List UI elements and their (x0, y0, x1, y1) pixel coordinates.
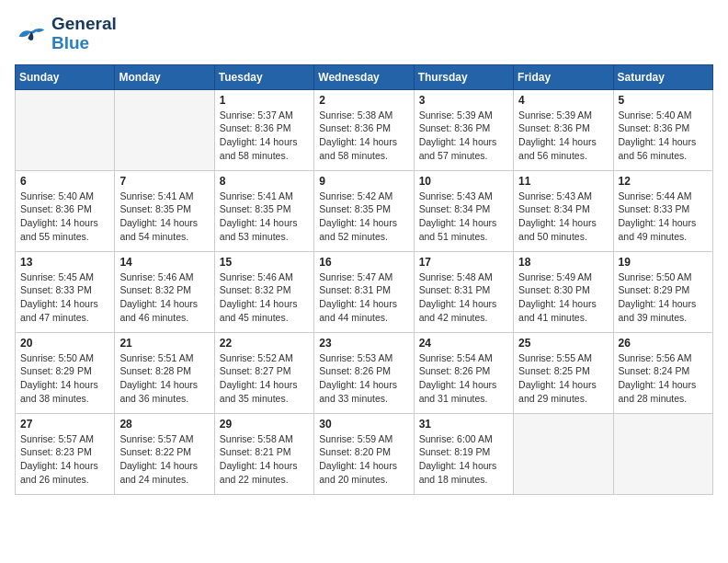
calendar-cell: 15Sunrise: 5:46 AMSunset: 8:32 PMDayligh… (214, 251, 313, 332)
day-number: 7 (119, 175, 209, 188)
day-number: 5 (619, 94, 708, 107)
day-info: Sunrise: 5:39 AMSunset: 8:36 PMDaylight:… (518, 109, 608, 163)
calendar-week-1: 1Sunrise: 5:37 AMSunset: 8:36 PMDaylight… (16, 89, 713, 170)
calendar-week-2: 6Sunrise: 5:40 AMSunset: 8:36 PMDaylight… (16, 170, 713, 251)
calendar-cell: 28Sunrise: 5:57 AMSunset: 8:22 PMDayligh… (115, 413, 214, 494)
calendar-week-3: 13Sunrise: 5:45 AMSunset: 8:33 PMDayligh… (16, 251, 713, 332)
day-number: 19 (619, 256, 708, 269)
day-info: Sunrise: 5:58 AMSunset: 8:21 PMDaylight:… (220, 432, 309, 487)
day-info: Sunrise: 5:53 AMSunset: 8:26 PMDaylight:… (319, 351, 408, 406)
day-number: 31 (419, 418, 508, 431)
day-number: 10 (419, 175, 508, 188)
calendar-cell: 7Sunrise: 5:41 AMSunset: 8:35 PMDaylight… (115, 170, 214, 251)
calendar-cell: 31Sunrise: 6:00 AMSunset: 8:19 PMDayligh… (414, 413, 513, 494)
day-number: 25 (518, 337, 608, 350)
calendar-cell: 6Sunrise: 5:40 AMSunset: 8:36 PMDaylight… (16, 170, 115, 251)
calendar-header: SundayMondayTuesdayWednesdayThursdayFrid… (16, 64, 713, 89)
calendar-cell: 16Sunrise: 5:47 AMSunset: 8:31 PMDayligh… (314, 251, 414, 332)
weekday-header-row: SundayMondayTuesdayWednesdayThursdayFrid… (16, 64, 713, 89)
day-number: 21 (119, 337, 209, 350)
day-info: Sunrise: 5:50 AMSunset: 8:29 PMDaylight:… (20, 351, 109, 406)
calendar-cell: 2Sunrise: 5:38 AMSunset: 8:36 PMDaylight… (314, 89, 414, 170)
calendar-cell: 20Sunrise: 5:50 AMSunset: 8:29 PMDayligh… (16, 332, 115, 413)
logo: General Blue (15, 15, 117, 53)
day-number: 12 (619, 175, 708, 188)
day-info: Sunrise: 5:45 AMSunset: 8:33 PMDaylight:… (20, 270, 109, 325)
calendar-cell: 21Sunrise: 5:51 AMSunset: 8:28 PMDayligh… (115, 332, 214, 413)
calendar-cell: 9Sunrise: 5:42 AMSunset: 8:35 PMDaylight… (314, 170, 414, 251)
day-info: Sunrise: 5:40 AMSunset: 8:36 PMDaylight:… (20, 190, 109, 244)
day-number: 15 (220, 256, 309, 269)
calendar-cell: 22Sunrise: 5:52 AMSunset: 8:27 PMDayligh… (214, 332, 313, 413)
calendar-cell: 18Sunrise: 5:49 AMSunset: 8:30 PMDayligh… (514, 251, 613, 332)
calendar-cell: 1Sunrise: 5:37 AMSunset: 8:36 PMDaylight… (214, 89, 313, 170)
day-number: 28 (119, 418, 209, 431)
day-info: Sunrise: 5:46 AMSunset: 8:32 PMDaylight:… (119, 270, 209, 325)
weekday-header-friday: Friday (514, 64, 613, 89)
calendar-cell: 8Sunrise: 5:41 AMSunset: 8:35 PMDaylight… (214, 170, 313, 251)
calendar-cell: 12Sunrise: 5:44 AMSunset: 8:33 PMDayligh… (613, 170, 712, 251)
calendar-body: 1Sunrise: 5:37 AMSunset: 8:36 PMDaylight… (16, 89, 713, 494)
day-number: 13 (20, 256, 109, 269)
calendar-cell: 14Sunrise: 5:46 AMSunset: 8:32 PMDayligh… (115, 251, 214, 332)
day-info: Sunrise: 5:46 AMSunset: 8:32 PMDaylight:… (220, 270, 309, 325)
weekday-header-saturday: Saturday (613, 64, 712, 89)
calendar-week-4: 20Sunrise: 5:50 AMSunset: 8:29 PMDayligh… (16, 332, 713, 413)
calendar-cell: 26Sunrise: 5:56 AMSunset: 8:24 PMDayligh… (613, 332, 712, 413)
day-number: 4 (518, 94, 608, 107)
day-number: 6 (20, 175, 109, 188)
weekday-header-monday: Monday (115, 64, 214, 89)
calendar-cell: 29Sunrise: 5:58 AMSunset: 8:21 PMDayligh… (214, 413, 313, 494)
day-number: 1 (220, 94, 309, 107)
day-info: Sunrise: 5:43 AMSunset: 8:34 PMDaylight:… (419, 190, 508, 244)
day-number: 22 (220, 337, 309, 350)
weekday-header-wednesday: Wednesday (314, 64, 414, 89)
calendar-cell: 27Sunrise: 5:57 AMSunset: 8:23 PMDayligh… (16, 413, 115, 494)
logo-icon (15, 21, 48, 47)
calendar-cell: 24Sunrise: 5:54 AMSunset: 8:26 PMDayligh… (414, 332, 513, 413)
day-info: Sunrise: 5:57 AMSunset: 8:22 PMDaylight:… (119, 432, 209, 487)
calendar-cell: 23Sunrise: 5:53 AMSunset: 8:26 PMDayligh… (314, 332, 414, 413)
day-number: 3 (419, 94, 508, 107)
calendar-cell: 11Sunrise: 5:43 AMSunset: 8:34 PMDayligh… (514, 170, 613, 251)
day-number: 30 (319, 418, 408, 431)
day-number: 20 (20, 337, 109, 350)
weekday-header-thursday: Thursday (414, 64, 513, 89)
day-info: Sunrise: 5:38 AMSunset: 8:36 PMDaylight:… (319, 109, 408, 163)
day-info: Sunrise: 5:56 AMSunset: 8:24 PMDaylight:… (619, 351, 708, 406)
weekday-header-sunday: Sunday (16, 64, 115, 89)
day-number: 11 (518, 175, 608, 188)
calendar-cell (514, 413, 613, 494)
day-number: 2 (319, 94, 408, 107)
day-info: Sunrise: 5:39 AMSunset: 8:36 PMDaylight:… (419, 109, 508, 163)
calendar-cell: 13Sunrise: 5:45 AMSunset: 8:33 PMDayligh… (16, 251, 115, 332)
calendar-cell (16, 89, 115, 170)
day-number: 18 (518, 256, 608, 269)
day-info: Sunrise: 5:57 AMSunset: 8:23 PMDaylight:… (20, 432, 109, 487)
day-number: 16 (319, 256, 408, 269)
day-number: 26 (619, 337, 708, 350)
page-header: General Blue (15, 15, 713, 53)
day-info: Sunrise: 5:43 AMSunset: 8:34 PMDaylight:… (518, 190, 608, 244)
day-info: Sunrise: 5:59 AMSunset: 8:20 PMDaylight:… (319, 432, 408, 487)
day-info: Sunrise: 5:37 AMSunset: 8:36 PMDaylight:… (220, 109, 309, 163)
day-info: Sunrise: 6:00 AMSunset: 8:19 PMDaylight:… (419, 432, 508, 487)
day-number: 14 (119, 256, 209, 269)
day-info: Sunrise: 5:42 AMSunset: 8:35 PMDaylight:… (319, 190, 408, 244)
day-number: 9 (319, 175, 408, 188)
calendar-cell: 4Sunrise: 5:39 AMSunset: 8:36 PMDaylight… (514, 89, 613, 170)
weekday-header-tuesday: Tuesday (214, 64, 313, 89)
calendar-cell: 30Sunrise: 5:59 AMSunset: 8:20 PMDayligh… (314, 413, 414, 494)
calendar-cell (613, 413, 712, 494)
calendar-cell (115, 89, 214, 170)
day-number: 27 (20, 418, 109, 431)
calendar-cell: 5Sunrise: 5:40 AMSunset: 8:36 PMDaylight… (613, 89, 712, 170)
day-info: Sunrise: 5:40 AMSunset: 8:36 PMDaylight:… (619, 109, 708, 163)
day-info: Sunrise: 5:51 AMSunset: 8:28 PMDaylight:… (119, 351, 209, 406)
calendar-week-5: 27Sunrise: 5:57 AMSunset: 8:23 PMDayligh… (16, 413, 713, 494)
calendar-cell: 10Sunrise: 5:43 AMSunset: 8:34 PMDayligh… (414, 170, 513, 251)
calendar-cell: 3Sunrise: 5:39 AMSunset: 8:36 PMDaylight… (414, 89, 513, 170)
day-info: Sunrise: 5:50 AMSunset: 8:29 PMDaylight:… (619, 270, 708, 325)
calendar-cell: 17Sunrise: 5:48 AMSunset: 8:31 PMDayligh… (414, 251, 513, 332)
day-number: 24 (419, 337, 508, 350)
